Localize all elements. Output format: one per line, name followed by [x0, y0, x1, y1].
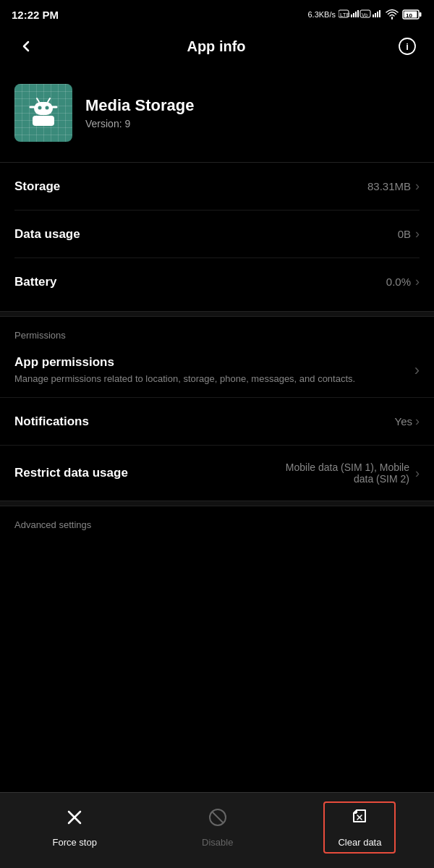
notifications-label: Notifications [14, 414, 89, 429]
wifi-icon [385, 9, 399, 20]
status-right: 6.3KB/s LTE Vo [307, 8, 422, 21]
clear-data-icon [349, 807, 370, 833]
disable-icon [208, 807, 228, 833]
svg-rect-3 [353, 13, 354, 17]
clear-data-button[interactable]: Clear data [323, 801, 396, 854]
svg-line-24 [48, 98, 50, 102]
force-stop-button[interactable]: Force stop [38, 801, 111, 854]
svg-text:Vo: Vo [362, 12, 367, 17]
storage-chevron: › [415, 179, 420, 194]
data-usage-chevron: › [415, 226, 420, 242]
status-time: 12:22 PM [12, 9, 59, 21]
svg-rect-4 [355, 12, 357, 17]
svg-rect-10 [377, 12, 378, 17]
svg-rect-20 [34, 102, 53, 115]
network-speed: 6.3KB/s [307, 10, 336, 19]
battery-chevron: › [415, 274, 420, 289]
advanced-settings-label: Advanced settings [0, 506, 434, 533]
app-permissions-item[interactable]: App permissions Manage permissions relat… [0, 344, 434, 398]
svg-point-21 [38, 106, 42, 110]
battery-value: 0.0% › [386, 274, 420, 289]
svg-line-29 [213, 812, 223, 822]
app-permissions-title: App permissions [14, 355, 404, 370]
permissions-chevron: › [414, 361, 420, 380]
back-button[interactable] [14, 35, 38, 58]
svg-text:LTE: LTE [340, 12, 350, 18]
app-info-section: Media Storage Version: 9 [0, 67, 434, 162]
permissions-section-label: Permissions [0, 317, 434, 344]
disable-button[interactable]: Disable [187, 801, 247, 854]
header: App info i [0, 26, 434, 67]
notifications-item[interactable]: Notifications Yes › [0, 398, 434, 446]
svg-text:10: 10 [406, 12, 412, 19]
restrict-chevron: › [415, 466, 420, 481]
section-divider-1 [0, 311, 434, 317]
restrict-data-item[interactable]: Restrict data usage Mobile data (SIM 1),… [0, 446, 434, 501]
app-details: Media Storage Version: 9 [85, 96, 420, 129]
svg-point-22 [46, 106, 49, 110]
app-icon [14, 84, 72, 142]
svg-text:i: i [406, 41, 409, 52]
status-bar: 12:22 PM 6.3KB/s LTE Vo [0, 0, 434, 26]
storage-label: Storage [14, 179, 60, 194]
main-list-section: Storage 83.31MB › Data usage 0B › Batter… [0, 162, 434, 305]
force-stop-label: Force stop [53, 837, 97, 848]
app-permissions-desc: Manage permissions related to location, … [14, 373, 404, 386]
restrict-data-value: Mobile data (SIM 1), Mobile data (SIM 2)… [275, 461, 420, 485]
section-divider-2 [0, 501, 434, 506]
storage-value: 83.31MB › [367, 179, 420, 194]
svg-line-23 [37, 98, 39, 102]
svg-rect-11 [379, 10, 380, 17]
page-title: App info [187, 38, 245, 55]
data-usage-value: 0B › [398, 226, 420, 242]
clear-data-label: Clear data [338, 837, 381, 848]
data-usage-label: Data usage [14, 227, 80, 242]
battery-label: Battery [14, 275, 57, 289]
notifications-value: Yes › [395, 414, 420, 429]
svg-rect-9 [375, 13, 376, 17]
svg-rect-8 [373, 14, 374, 17]
bottom-bar: Force stop Disable Clear data [0, 792, 434, 868]
notifications-chevron: › [415, 414, 420, 429]
svg-rect-5 [357, 10, 359, 17]
svg-rect-25 [33, 116, 54, 126]
svg-rect-2 [351, 14, 352, 17]
app-name: Media Storage [85, 96, 420, 115]
storage-item[interactable]: Storage 83.31MB › [14, 163, 420, 210]
restrict-data-label: Restrict data usage [14, 466, 128, 480]
signal-icons: LTE Vo [339, 8, 382, 21]
battery-item[interactable]: Battery 0.0% › [14, 258, 420, 305]
force-stop-icon [64, 807, 85, 833]
svg-rect-13 [420, 12, 422, 17]
info-button[interactable]: i [395, 34, 420, 59]
disable-label: Disable [202, 837, 233, 848]
android-robot-icon [25, 93, 62, 130]
data-usage-item[interactable]: Data usage 0B › [14, 210, 420, 258]
battery-icon: 10 [402, 9, 422, 20]
app-version: Version: 9 [85, 118, 420, 129]
